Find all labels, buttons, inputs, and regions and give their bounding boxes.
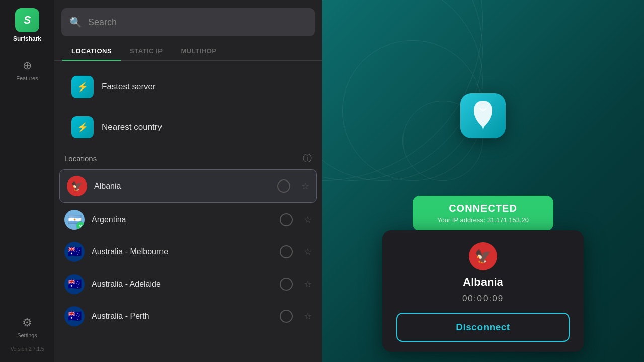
app-name: Surfshark <box>13 35 41 42</box>
connect-circle-aus-melbourne[interactable] <box>280 245 293 258</box>
star-albania[interactable]: ☆ <box>301 180 309 192</box>
locations-header: Locations ⓘ <box>54 147 322 168</box>
connect-circle-argentina[interactable] <box>280 213 293 226</box>
sidebar-item-settings[interactable]: ⚙ Settings <box>12 311 42 343</box>
connect-circle-albania[interactable] <box>277 179 290 193</box>
version-text: Version 2.7.1.5 <box>11 346 44 352</box>
settings-label: Settings <box>17 332 37 338</box>
logo-letter: S <box>24 14 31 27</box>
nearest-icon: ⚡ <box>71 116 94 138</box>
center-logo <box>460 93 506 138</box>
connect-circle-aus-adelaide[interactable] <box>280 278 293 291</box>
country-list: 🦅 Albania ☆ 🇦🇷 V Argentina ☆ 🇦🇺 Australi… <box>54 168 322 362</box>
fastest-icon: ⚡ <box>71 76 94 98</box>
search-bar: 🔍 <box>61 8 315 36</box>
plus-icon: ⊕ <box>23 59 32 72</box>
nearest-label: Nearest country <box>102 122 162 132</box>
tabs-row: LOCATIONS STATIC IP MULTIHOP <box>54 42 322 61</box>
country-row-albania[interactable]: 🦅 Albania ☆ <box>59 169 317 203</box>
left-panel: 🔍 LOCATIONS STATIC IP MULTIHOP ⚡ Fastest… <box>54 0 322 362</box>
sidebar: S Surfshark ⊕ Features ⚙ Settings Versio… <box>0 0 54 362</box>
popup-timer: 00:00:09 <box>462 294 504 304</box>
connected-status: CONNECTED <box>433 203 533 214</box>
flag-australia-adelaide: 🇦🇺 <box>64 274 85 294</box>
country-name-argentina: Argentina <box>92 215 273 224</box>
flag-albania: 🦅 <box>67 176 87 196</box>
flag-australia-melbourne: 🇦🇺 <box>64 242 85 262</box>
sidebar-item-features[interactable]: ⊕ Features <box>0 52 54 88</box>
right-panel: CONNECTED Your IP address: 31.171.153.20… <box>322 0 644 362</box>
connect-circle-aus-perth[interactable] <box>280 310 293 323</box>
country-row-australia-adelaide[interactable]: 🇦🇺 Australia - Adelaide ☆ <box>54 268 322 300</box>
country-name-australia-adelaide: Australia - Adelaide <box>92 280 273 289</box>
logo-icon: S <box>15 8 39 32</box>
country-row-australia-melbourne[interactable]: 🇦🇺 Australia - Melbourne ☆ <box>54 236 322 268</box>
info-icon[interactable]: ⓘ <box>303 152 312 164</box>
star-australia-melbourne[interactable]: ☆ <box>304 246 312 257</box>
tab-static-ip[interactable]: STATIC IP <box>121 42 172 61</box>
vpn-badge-argentina: V <box>76 222 85 230</box>
popup-flag-albania: 🦅 <box>469 242 497 270</box>
country-name-australia-melbourne: Australia - Melbourne <box>92 247 273 256</box>
connection-popup: 🦅 Albania 00:00:09 Disconnect <box>382 230 584 352</box>
fastest-label: Fastest server <box>102 82 156 92</box>
star-argentina[interactable]: ☆ <box>304 214 312 225</box>
star-australia-perth[interactable]: ☆ <box>304 311 312 322</box>
tab-multihop[interactable]: MULTIHOP <box>172 42 226 61</box>
locations-title: Locations <box>64 154 97 163</box>
country-row-australia-perth[interactable]: 🇦🇺 Australia - Perth ☆ <box>54 300 322 332</box>
app-logo[interactable]: S Surfshark <box>13 8 41 42</box>
search-input[interactable] <box>88 17 307 28</box>
popup-country: Albania <box>463 276 503 289</box>
gear-icon: ⚙ <box>22 316 32 329</box>
country-name-australia-perth: Australia - Perth <box>92 312 273 321</box>
ip-text: Your IP address: 31.171.153.20 <box>433 216 533 224</box>
country-row-argentina[interactable]: 🇦🇷 V Argentina ☆ <box>54 204 322 236</box>
nearest-country-option[interactable]: ⚡ Nearest country <box>61 109 315 145</box>
flag-argentina: 🇦🇷 V <box>64 210 85 230</box>
flag-australia-perth: 🇦🇺 <box>64 306 85 326</box>
search-icon: 🔍 <box>69 16 82 28</box>
fastest-server-option[interactable]: ⚡ Fastest server <box>61 69 315 105</box>
country-name-albania: Albania <box>94 182 270 191</box>
ip-label: Your IP address: <box>437 216 487 224</box>
star-australia-adelaide[interactable]: ☆ <box>304 279 312 290</box>
tab-locations[interactable]: LOCATIONS <box>62 42 121 61</box>
disconnect-button[interactable]: Disconnect <box>396 313 570 342</box>
features-label: Features <box>16 75 38 81</box>
shark-logo-icon <box>460 93 506 138</box>
ip-address: 31.171.153.20 <box>487 216 529 224</box>
connected-banner: CONNECTED Your IP address: 31.171.153.20 <box>413 196 553 231</box>
